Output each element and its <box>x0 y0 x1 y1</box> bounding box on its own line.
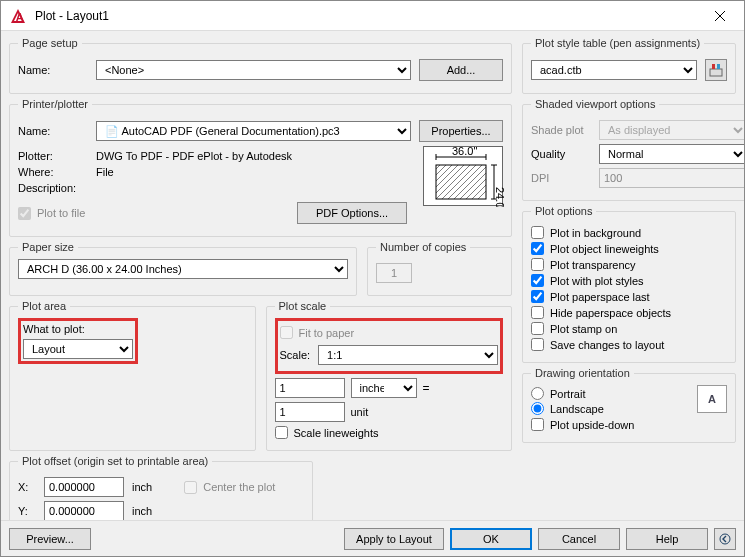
ok-button[interactable]: OK <box>450 528 532 550</box>
paper-size-legend: Paper size <box>18 241 78 253</box>
equals-label: = <box>423 381 430 395</box>
shaded-viewport-group: Shaded viewport options Shade plotAs dis… <box>522 98 744 201</box>
printer-group: Printer/plotter Name: 📄 AutoCAD PDF (Gen… <box>9 98 512 237</box>
offset-y-unit: inch <box>132 505 152 517</box>
opt-paperspace-last[interactable]: Plot paperspace last <box>531 290 727 303</box>
close-button[interactable] <box>698 1 742 30</box>
svg-point-28 <box>720 534 730 544</box>
svg-rect-25 <box>710 69 722 76</box>
collapse-button[interactable] <box>714 528 736 550</box>
scale-denominator-input[interactable] <box>275 402 345 422</box>
plot-area-highlight: What to plot: Layout <box>18 318 138 364</box>
page-setup-add-button[interactable]: Add... <box>419 59 503 81</box>
what-to-plot-select[interactable]: Layout <box>23 339 133 359</box>
opt-object-lineweights[interactable]: Plot object lineweights <box>531 242 727 255</box>
plot-style-group: Plot style table (pen assignments) acad.… <box>522 37 736 94</box>
printer-name-select[interactable]: 📄 AutoCAD PDF (General Documentation).pc… <box>96 121 411 141</box>
window-title: Plot - Layout1 <box>35 9 698 23</box>
plot-style-select[interactable]: acad.ctb <box>531 60 697 80</box>
scale-label: Scale: <box>280 349 311 361</box>
svg-rect-26 <box>712 64 715 69</box>
offset-y-label: Y: <box>18 505 36 517</box>
offset-x-label: X: <box>18 481 36 493</box>
plot-offset-legend: Plot offset (origin set to printable are… <box>18 455 212 467</box>
where-label: Where: <box>18 166 88 178</box>
page-setup-legend: Page setup <box>18 37 82 49</box>
plot-area-legend: Plot area <box>18 300 70 312</box>
shaded-legend: Shaded viewport options <box>531 98 659 110</box>
plot-to-file-checkbox: Plot to file <box>18 207 85 220</box>
preview-button[interactable]: Preview... <box>9 528 91 550</box>
app-icon: A <box>7 5 29 27</box>
what-to-plot-label: What to plot: <box>23 323 133 335</box>
opt-transparency[interactable]: Plot transparency <box>531 258 727 271</box>
plot-style-edit-button[interactable] <box>705 59 727 81</box>
offset-x-input[interactable] <box>44 477 124 497</box>
offset-y-input[interactable] <box>44 501 124 520</box>
quality-label: Quality <box>531 148 591 160</box>
paper-preview: 36.0" 24.0" <box>423 146 503 206</box>
dpi-input <box>599 168 744 188</box>
opt-hide-paperspace[interactable]: Hide paperspace objects <box>531 306 727 319</box>
description-label: Description: <box>18 182 88 194</box>
shade-plot-label: Shade plot <box>531 124 591 136</box>
opt-with-styles[interactable]: Plot with plot styles <box>531 274 727 287</box>
dpi-label: DPI <box>531 172 591 184</box>
orientation-group: Drawing orientation Portrait Landscape P… <box>522 367 736 443</box>
opt-stamp-on[interactable]: Plot stamp on <box>531 322 727 335</box>
copies-input <box>376 263 412 283</box>
scale-unit-select[interactable]: inches <box>351 378 417 398</box>
shade-plot-select: As displayed <box>599 120 744 140</box>
orientation-icon: A <box>697 385 727 413</box>
help-button[interactable]: Help <box>626 528 708 550</box>
page-setup-name-label: Name: <box>18 64 88 76</box>
page-setup-name-select[interactable]: <None> <box>96 60 411 80</box>
copies-group: Number of copies <box>367 241 512 296</box>
orientation-portrait[interactable]: Portrait <box>531 387 689 400</box>
fit-to-paper-checkbox: Fit to paper <box>280 326 499 339</box>
copies-legend: Number of copies <box>376 241 470 253</box>
plot-options-legend: Plot options <box>531 205 596 217</box>
plotter-label: Plotter: <box>18 150 88 162</box>
orientation-legend: Drawing orientation <box>531 367 634 379</box>
where-value: File <box>96 166 114 178</box>
center-plot-checkbox: Center the plot <box>184 481 275 494</box>
dialog-footer: Preview... Apply to Layout OK Cancel Hel… <box>1 520 744 556</box>
page-setup-group: Page setup Name: <None> Add... <box>9 37 512 94</box>
orientation-landscape[interactable]: Landscape <box>531 402 689 415</box>
scale-select[interactable]: 1:1 <box>318 345 498 365</box>
plot-scale-group: Plot scale Fit to paper Scale: 1:1 inche… <box>266 300 513 451</box>
opt-save-changes[interactable]: Save changes to layout <box>531 338 727 351</box>
apply-to-layout-button[interactable]: Apply to Layout <box>344 528 444 550</box>
paper-size-group: Paper size ARCH D (36.00 x 24.00 Inches) <box>9 241 357 296</box>
opt-plot-background[interactable]: Plot in background <box>531 226 727 239</box>
plot-options-group: Plot options Plot in background Plot obj… <box>522 205 736 363</box>
plot-offset-group: Plot offset (origin set to printable are… <box>9 455 313 520</box>
paper-size-select[interactable]: ARCH D (36.00 x 24.00 Inches) <box>18 259 348 279</box>
cancel-button[interactable]: Cancel <box>538 528 620 550</box>
pdf-options-button[interactable]: PDF Options... <box>297 202 407 224</box>
printer-legend: Printer/plotter <box>18 98 92 110</box>
quality-select[interactable]: Normal <box>599 144 744 164</box>
scale-lineweights-checkbox[interactable]: Scale lineweights <box>275 426 504 439</box>
dialog-body: Page setup Name: <None> Add... Printer/p… <box>1 31 744 520</box>
orientation-upside-down[interactable]: Plot upside-down <box>531 418 689 431</box>
plot-style-legend: Plot style table (pen assignments) <box>531 37 704 49</box>
printer-name-label: Name: <box>18 125 88 137</box>
scale-unit-label: unit <box>351 406 369 418</box>
plotter-value: DWG To PDF - PDF ePlot - by Autodesk <box>96 150 292 162</box>
svg-text:A: A <box>16 11 24 23</box>
preview-height-label: 24.0" <box>494 187 504 207</box>
plot-dialog: A Plot - Layout1 Page setup Name: <None>… <box>0 0 745 557</box>
svg-rect-5 <box>436 165 486 199</box>
plot-area-group: Plot area What to plot: Layout <box>9 300 256 451</box>
plot-scale-highlight: Fit to paper Scale: 1:1 <box>275 318 504 374</box>
scale-numerator-input[interactable] <box>275 378 345 398</box>
svg-rect-27 <box>717 64 720 69</box>
titlebar: A Plot - Layout1 <box>1 1 744 31</box>
plot-scale-legend: Plot scale <box>275 300 331 312</box>
printer-properties-button[interactable]: Properties... <box>419 120 503 142</box>
preview-width-label: 36.0" <box>452 147 477 157</box>
offset-x-unit: inch <box>132 481 152 493</box>
